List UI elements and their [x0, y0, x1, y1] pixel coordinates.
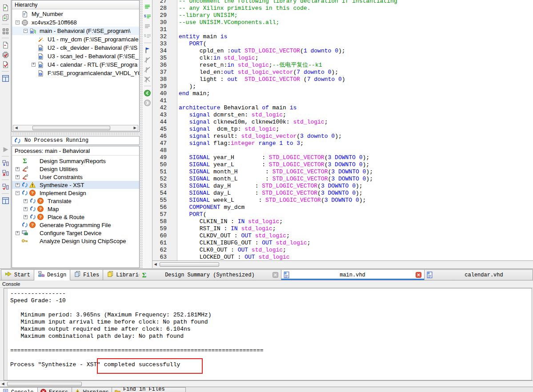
code-line[interactable]: 53 SIGNAL day_H : STD_LOGIC_VECTOR(3 DOW…	[152, 183, 533, 190]
hierarchy-item[interactable]: −xc4vsx25-10ff668	[12, 18, 139, 27]
code-line[interactable]: 30--use UNISIM.VComponents.all;	[152, 19, 533, 26]
hierarchy-hscrollbar[interactable]: ◀ ▶	[13, 125, 138, 131]
expand-icon[interactable]: +	[16, 183, 20, 187]
code-line[interactable]: 48	[152, 147, 533, 154]
toggle-bookmark-icon[interactable]	[144, 46, 152, 54]
scroll-left-icon[interactable]: ◀	[13, 125, 19, 131]
hierarchy-view-icon[interactable]	[1, 74, 9, 82]
process-view-icon[interactable]	[1, 196, 9, 204]
next-bookmark-icon[interactable]	[144, 56, 152, 64]
console-hscrollbar[interactable]: ◀	[0, 380, 533, 387]
code-line[interactable]: 44 signal clknew10m, clknew100k: std_log…	[152, 119, 533, 126]
fold-level-icon[interactable]: 5	[144, 12, 152, 20]
go-back-icon[interactable]	[144, 89, 152, 97]
run-process-icon[interactable]	[1, 145, 9, 153]
code-line[interactable]: 43 signal dcmrst_en: std_logic;	[152, 112, 533, 119]
code-line[interactable]: 31	[152, 26, 533, 33]
add-source-icon[interactable]	[1, 13, 9, 21]
process-item[interactable]: −?Implement Design	[12, 189, 139, 197]
process-item[interactable]: +?Map	[12, 205, 139, 213]
code-line[interactable]: 57 PORT(	[152, 211, 533, 218]
tab-start[interactable]: Start	[1, 269, 34, 280]
expand-icon[interactable]: +	[24, 199, 28, 203]
code-line[interactable]: 34 cpld_en :out STD_LOGIC_VECTOR(1 downt…	[152, 48, 533, 55]
hierarchy-item[interactable]: −Hmain - Behavioral (F:\ISE_program\	[12, 27, 139, 35]
code-line[interactable]: 58 CLKIN_IN : IN std_logic;	[152, 218, 533, 225]
code-line[interactable]: 63 LOCKED_OUT : OUT std_logic	[152, 254, 533, 260]
code-line[interactable]: 54 SIGNAL day_L : STD_LOGIC_VECTOR(3 DOW…	[152, 190, 533, 197]
scroll-thumb[interactable]	[160, 262, 219, 267]
process-item[interactable]: Analyze Design Using ChipScope	[12, 237, 139, 245]
go-forward-icon[interactable]	[144, 99, 152, 107]
tab-files[interactable]: Files	[70, 269, 103, 280]
fold-all-icon[interactable]	[144, 3, 152, 11]
code-line[interactable]: 27-- Uncomment the following library dec…	[152, 0, 533, 5]
project-check-icon[interactable]	[1, 51, 9, 59]
expand-icon[interactable]: +	[16, 167, 20, 171]
clear-bookmarks-icon[interactable]	[144, 75, 152, 83]
code-line[interactable]: 32entity main is	[152, 33, 533, 40]
process-item[interactable]: +Configure Target Device	[12, 229, 139, 237]
code-line[interactable]: 37 led_en:out std_logic_vector(7 downto …	[152, 69, 533, 76]
tab-design-summary-synthesized[interactable]: ΣDesign Summary (Synthesized)	[139, 269, 281, 280]
code-line[interactable]: 41	[152, 97, 533, 104]
process-item[interactable]: +?Translate	[12, 197, 139, 205]
process-item[interactable]: +Design Utilities	[12, 165, 139, 173]
expand-icon[interactable]: +	[16, 175, 20, 179]
collapse-icon[interactable]: −	[16, 191, 20, 195]
tab-find-in-files-results[interactable]: Find in Files Results	[112, 387, 186, 392]
code-line[interactable]: 45 signal dcm_tp: std_logic;	[152, 126, 533, 133]
editor-hscrollbar[interactable]: ◀	[152, 260, 533, 268]
unfold-level-icon[interactable]: 5	[144, 32, 152, 40]
process-item[interactable]: +Synthesize - XST	[12, 181, 139, 189]
code-editor[interactable]: 27-- Uncomment the following library dec…	[152, 0, 533, 260]
code-line[interactable]: 52 SIGNAL month_L : STD_LOGIC_VECTOR(3 D…	[152, 176, 533, 183]
hierarchy-item[interactable]: My_Number	[12, 10, 139, 18]
code-line[interactable]: 36 reset_n:in std_logic;--低电平复位--k1	[152, 62, 533, 69]
stop-process-icon[interactable]	[1, 169, 9, 177]
code-line[interactable]: 40end main;	[152, 90, 533, 97]
code-line[interactable]: 38 light : out STD_LOGIC_VECTOR (7 downt…	[152, 76, 533, 83]
process-item[interactable]: +?Place & Route	[12, 213, 139, 221]
code-line[interactable]: 47 signal flag:integer range 1 to 3;	[152, 140, 533, 147]
code-line[interactable]: 35 clk:in std_logic;	[152, 55, 533, 62]
remove-source-icon[interactable]	[1, 41, 9, 49]
hierarchy-item[interactable]: +HU4 - calendar - RTL (F:\ISE_progra	[12, 60, 139, 69]
code-line[interactable]: 39 );	[152, 83, 533, 90]
expand-icon[interactable]: +	[24, 207, 28, 211]
add-copy-source-icon[interactable]	[1, 27, 9, 35]
rerun-process-icon[interactable]	[1, 159, 9, 167]
hierarchy-item[interactable]: HU3 - scan_led - Behavioral (F:\ISE_	[12, 52, 139, 60]
design-check-icon[interactable]	[1, 60, 9, 68]
tab-calendar-vhd[interactable]: calendar.vhd	[425, 269, 533, 280]
expand-icon[interactable]: +	[32, 63, 36, 67]
process-item[interactable]: +User Constraints	[12, 173, 139, 181]
rerun-all-icon[interactable]	[1, 183, 9, 191]
code-line[interactable]: 61 CLKIN_IBUFG_OUT : OUT std_logic;	[152, 240, 533, 247]
scroll-left-icon[interactable]: ◀	[0, 381, 6, 387]
collapse-icon[interactable]: −	[16, 20, 20, 24]
code-line[interactable]: 60 CLKDV_OUT : OUT std_logic;	[152, 232, 533, 240]
unfold-all-icon[interactable]	[144, 22, 152, 30]
code-line[interactable]: 50 SIGNAL year_L : STD_LOGIC_VECTOR(3 DO…	[152, 161, 533, 168]
horizontal-splitter[interactable]	[12, 132, 140, 135]
code-line[interactable]: 59 RST_IN : IN std_logic;	[152, 225, 533, 232]
expand-icon[interactable]: +	[16, 231, 20, 235]
code-line[interactable]: 62 CLK0_OUT : OUT std_logic;	[152, 247, 533, 254]
hierarchy-item[interactable]: U1 - my_dcm (F:\ISE_program\cale	[12, 35, 139, 44]
scroll-thumb[interactable]	[7, 382, 82, 386]
tab-console[interactable]: Console	[0, 387, 38, 392]
scroll-thumb[interactable]	[32, 126, 110, 130]
code-line[interactable]: 51 SIGNAL month_H : STD_LOGIC_VECTOR(3 D…	[152, 168, 533, 176]
close-tab-icon[interactable]	[416, 272, 421, 278]
collapse-icon[interactable]: −	[24, 29, 28, 33]
code-line[interactable]: 28-- any Xilinx primitives in this code.	[152, 5, 533, 12]
code-line[interactable]: 46 signal result: std_logic_vector(3 dow…	[152, 133, 533, 140]
process-item[interactable]: ΣDesign Summary/Reports	[12, 157, 139, 165]
prev-bookmark-icon[interactable]	[144, 65, 152, 73]
code-line[interactable]: 33 PORT(	[152, 40, 533, 48]
tab-errors[interactable]: Errors	[38, 387, 72, 392]
code-line[interactable]: 29--library UNISIM;	[152, 12, 533, 19]
tab-main-vhd[interactable]: main.vhd	[281, 269, 425, 280]
scroll-right-icon[interactable]: ▶	[132, 125, 138, 131]
